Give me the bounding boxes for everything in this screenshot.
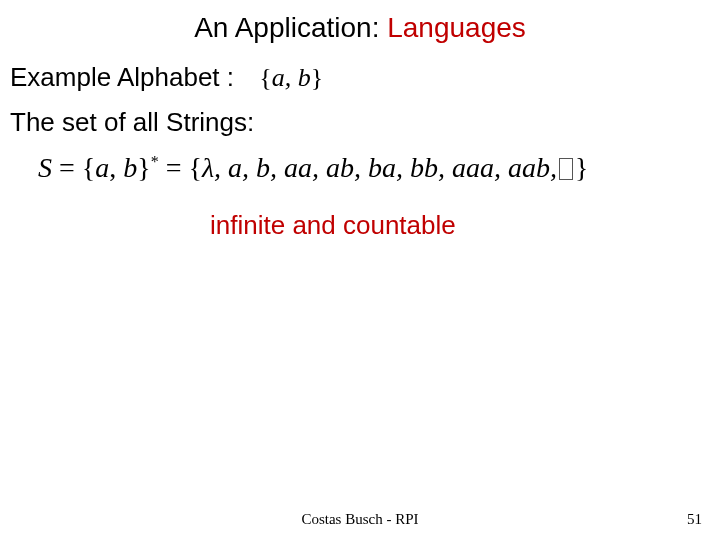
eq-rhs-open: {	[189, 152, 202, 183]
strings-equation: S = {a, b}* = {λ, a, b, aa, ab, ba, bb, …	[10, 152, 710, 184]
footer-author: Costas Busch - RPI	[0, 511, 720, 528]
example-alphabet-label: Example Alphabet :	[10, 62, 234, 92]
slide-title: An Application: Languages	[10, 12, 710, 44]
slide: An Application: Languages Example Alphab…	[0, 0, 720, 540]
example-alphabet-line: Example Alphabet : {a, b}	[10, 62, 710, 93]
alphabet-items: a	[272, 63, 285, 92]
footer-page-number: 51	[687, 511, 702, 528]
strings-label: The set of all Strings:	[10, 107, 710, 138]
eq-lhs-var: S	[38, 152, 52, 183]
eq-rhs-close: }	[575, 152, 588, 183]
eq-rhs-items: λ, a, b, aa, ab, ba, bb, aaa, aab,	[202, 152, 557, 183]
title-prefix: An Application:	[194, 12, 387, 43]
infinite-countable-note: infinite and countable	[210, 210, 710, 241]
alphabet-set: {a, b}	[241, 63, 323, 92]
kleene-star: *	[151, 153, 159, 170]
title-accent: Languages	[387, 12, 526, 43]
ellipsis-icon	[559, 158, 573, 180]
